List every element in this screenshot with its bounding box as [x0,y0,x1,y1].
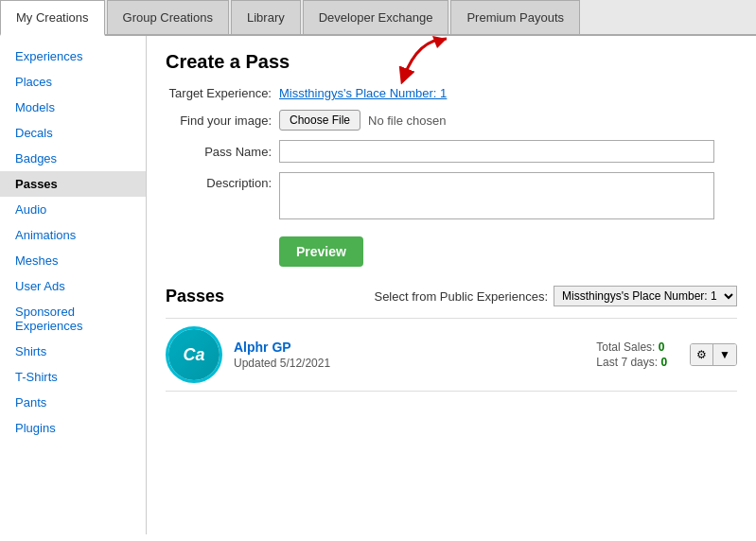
pass-actions: ⚙ ▼ [690,343,737,366]
target-experience-link[interactable]: Missthingys's Place Number: 1 [279,86,447,100]
content-area: Create a Pass Target Experience: Missthi… [147,36,756,534]
tab-developer-exchange[interactable]: Developer Exchange [303,0,449,34]
tab-premium-payouts[interactable]: Premium Payouts [450,0,580,34]
select-from-label: Select from Public Experiences: [374,289,548,304]
choose-file-button[interactable]: Choose File [279,110,360,131]
pass-stats: Total Sales: 0 Last 7 days: 0 [596,340,667,369]
pass-name-input[interactable] [279,140,714,163]
pass-dropdown-button[interactable]: ▼ [713,344,736,365]
passes-section: Passes Select from Public Experiences: M… [166,286,737,392]
pass-name-row: Pass Name: [166,140,737,163]
sidebar-item-models[interactable]: Models [0,95,146,120]
main-layout: Experiences Places Models Decals Badges … [0,36,756,534]
target-experience-row: Target Experience: Missthingys's Place N… [166,86,737,100]
sidebar-item-plugins[interactable]: Plugins [0,415,146,441]
pass-list-item: Ca Alphr GP Updated 5/12/2021 Total Sale… [166,318,737,392]
find-image-row: Find your image: Choose File No file cho… [166,110,737,131]
pass-name-label: Pass Name: [166,145,279,159]
no-file-text: No file chosen [368,113,446,128]
last7-label: Last 7 days: [596,356,658,369]
sidebar-item-user-ads[interactable]: User Ads [0,273,146,299]
sidebar-item-meshes[interactable]: Meshes [0,248,146,273]
sidebar-item-experiences[interactable]: Experiences [0,44,146,69]
create-pass-section: Create a Pass Target Experience: Missthi… [166,51,737,286]
tab-group-creations[interactable]: Group Creations [107,0,229,34]
image-value: Choose File No file chosen [279,110,737,131]
last7-value: 0 [660,356,667,369]
create-pass-title: Create a Pass [166,51,737,73]
svg-marker-1 [432,36,447,48]
target-label: Target Experience: [166,86,279,100]
description-label: Description: [166,172,279,190]
sidebar-item-shirts[interactable]: Shirts [0,339,146,364]
sidebar-item-animations[interactable]: Animations [0,222,146,248]
pass-updated: Updated 5/12/2021 [234,357,585,370]
description-input[interactable] [279,172,714,219]
sidebar-item-audio[interactable]: Audio [0,197,146,222]
preview-button[interactable]: Preview [279,236,363,267]
sidebar-item-sponsored-experiences[interactable]: Sponsored Experiences [0,299,146,339]
tab-my-creations[interactable]: My Creations [0,0,105,36]
sidebar-item-passes[interactable]: Passes [0,171,146,197]
sidebar-item-badges[interactable]: Badges [0,146,146,171]
target-value: Missthingys's Place Number: 1 [279,86,737,100]
pass-name[interactable]: Alphr GP [234,340,585,355]
sidebar: Experiences Places Models Decals Badges … [0,36,147,534]
last7-row: Last 7 days: 0 [596,356,667,369]
description-row: Description: [166,172,737,219]
sidebar-item-decals[interactable]: Decals [0,120,146,146]
tab-library[interactable]: Library [231,0,301,34]
passes-title: Passes [166,287,224,306]
sidebar-item-t-shirts[interactable]: T-Shirts [0,364,146,390]
total-sales-row: Total Sales: 0 [596,340,667,354]
passes-header: Passes Select from Public Experiences: M… [166,286,737,306]
pass-settings-button[interactable]: ⚙ [691,344,712,365]
pass-icon: Ca [166,326,222,383]
pass-icon-text: Ca [183,345,204,365]
experience-select[interactable]: Missthingys's Place Number: 1 [554,286,737,306]
top-tabs-bar: My Creations Group Creations Library Dev… [0,0,756,36]
total-sales-value: 0 [659,340,665,354]
pass-info: Alphr GP Updated 5/12/2021 [234,340,585,370]
sidebar-item-pants[interactable]: Pants [0,390,146,415]
passes-filter: Select from Public Experiences: Missthin… [374,286,737,306]
image-label: Find your image: [166,113,279,128]
pass-icon-inner: Ca [168,329,220,380]
sidebar-item-places[interactable]: Places [0,69,146,95]
total-sales-label: Total Sales: [596,340,655,354]
